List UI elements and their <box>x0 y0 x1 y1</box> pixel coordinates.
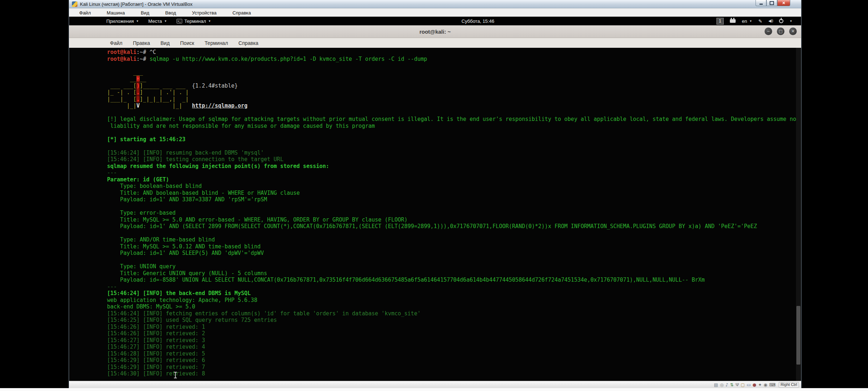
window-title: Kali Linux (чистая) [Работает] - Oracle … <box>80 1 192 7</box>
terminal-output[interactable]: root@kali:~# ^Croot@kali:~# sqlmap -u ht… <box>69 48 801 381</box>
terminal-line: [15:46:28] [INFO] retrieved: 5 <box>107 350 801 357</box>
terminal-line: Title: MySQL >= 5.0 AND error-based - WH… <box>107 216 801 223</box>
clock-label: Суббота, 15:46 <box>461 18 494 24</box>
terminal-minimize-button[interactable]: − <box>765 28 772 35</box>
shared-folders-icon[interactable]: ▢ <box>741 383 745 387</box>
terminal-line <box>107 257 801 264</box>
terminal-window-buttons: − □ ✕ <box>765 28 797 35</box>
maximize-button[interactable] <box>766 0 777 6</box>
network-icon[interactable]: ⇅ <box>730 383 734 387</box>
terminal-menu-item[interactable]: Справка <box>236 38 261 48</box>
terminal-line <box>107 129 801 136</box>
audio-icon[interactable]: ♪ <box>726 383 728 387</box>
terminal-menu-item[interactable]: Вид <box>158 38 172 48</box>
close-icon: ✕ <box>782 1 785 5</box>
terminal-line: --- <box>107 283 801 290</box>
maximize-icon: □ <box>779 29 782 34</box>
terminal-icon: >_ <box>176 19 182 24</box>
terminal-app-menu[interactable]: >_ Терминал ▼ <box>176 18 211 24</box>
terminal-line: Payload: id=-8588' UNION ALL SELECT NULL… <box>107 277 801 283</box>
terminal-line: __H__ <box>107 76 801 83</box>
mouse-integration-icon[interactable]: ◉ <box>763 383 767 387</box>
power-icon[interactable] <box>779 19 783 23</box>
scrollbar-thumb[interactable] <box>796 306 800 365</box>
terminal-menu-item[interactable]: Правка <box>130 38 152 48</box>
terminal-line <box>107 143 801 150</box>
terminal-line: Parameter: id (GET) <box>107 176 801 183</box>
terminal-maximize-button[interactable]: □ <box>777 28 784 35</box>
applications-menu[interactable]: Приложения ▼ <box>106 18 139 24</box>
terminal-menu-item[interactable]: Терминал <box>202 38 230 48</box>
terminal-line: Type: boolean-based blind <box>107 183 801 190</box>
close-button[interactable]: ✕ <box>777 0 790 6</box>
terminal-line: [15:46:29] [INFO] retrieved: 6 <box>107 357 801 364</box>
terminal-line: |___|_ [.]_|_|_|__,| _| <box>107 96 801 103</box>
camera-icon[interactable] <box>730 19 736 23</box>
vm-app-icon <box>72 1 77 7</box>
terminal-line: [15:46:24] [INFO] fetching entries of co… <box>107 310 801 317</box>
vbox-menu-item[interactable]: Ввод <box>157 9 184 17</box>
terminal-line: root@kali:~# ^C <box>107 49 801 56</box>
vbox-menu-item[interactable]: Файл <box>71 9 99 17</box>
terminal-menubar: ФайлПравкаВидПоискТерминалСправка <box>69 38 801 49</box>
keyboard-layout-label: en <box>742 18 747 24</box>
terminal-line: [15:46:24] [INFO] resuming back-end DBMS… <box>107 150 801 156</box>
brush-icon[interactable]: ✎ <box>758 19 762 24</box>
terminal-line: |_|V |_| http://sqlmap.org <box>107 102 801 109</box>
status-icons: ▤◎♪⇅Ψ▢▭●✦◉⌨ <box>714 383 775 387</box>
close-icon: ✕ <box>791 29 795 34</box>
terminal-menu-item[interactable]: Файл <box>107 38 125 48</box>
terminal-close-button[interactable]: ✕ <box>789 28 797 35</box>
vbox-menu-item[interactable]: Устройства <box>184 9 225 17</box>
terminal-line: [15:46:29] [INFO] retrieved: 7 <box>107 364 801 371</box>
terminal-line <box>107 203 801 210</box>
window-controls: ✕ <box>756 0 790 6</box>
terminal-titlebar[interactable]: root@kali: ~ − □ ✕ <box>69 25 801 38</box>
features-icon[interactable]: ✦ <box>758 383 762 387</box>
terminal-menu-item[interactable]: Поиск <box>178 38 197 48</box>
terminal-line: [*] starting at 15:46:23 <box>107 136 801 143</box>
terminal-label: Терминал <box>184 18 206 24</box>
screen: Kali Linux (чистая) [Работает] - Oracle … <box>0 0 868 391</box>
terminal-line: ___ <box>107 69 801 76</box>
keyboard-layout-switcher[interactable]: en ▼ <box>742 18 752 24</box>
terminal-line <box>107 230 801 237</box>
terminal-scrollbar[interactable] <box>796 48 801 381</box>
terminal-line <box>107 109 801 116</box>
terminal-line: [!] legal disclaimer: Usage of sqlmap fo… <box>107 116 801 123</box>
vbox-menu-item[interactable]: Вид <box>133 9 157 17</box>
display-icon[interactable]: ▭ <box>746 383 750 387</box>
terminal-line: Type: error-based <box>107 210 801 216</box>
vbox-menu-item[interactable]: Справка <box>225 9 259 17</box>
terminal-line: Payload: id=1' AND 3387=3387 AND 'rpSM'=… <box>107 196 801 203</box>
vbox-menu-item[interactable]: Машина <box>99 9 133 17</box>
workspace-indicator[interactable]: 1 <box>716 18 724 25</box>
terminal-line: [15:46:30] [INFO] retrieved: 8 <box>107 370 801 377</box>
terminal-line: back-end DBMS: MySQL >= 5.0 <box>107 303 801 310</box>
terminal-line: Payload: id=1' AND SLEEP(5) AND 'dpWV'='… <box>107 250 801 257</box>
terminal-line: [15:46:27] [INFO] retrieved: 4 <box>107 344 801 350</box>
terminal-line: ___ ___[)]_____ ___ ___ {1.2.4#stable} <box>107 83 801 89</box>
chevron-down-icon[interactable]: ▼ <box>790 20 792 23</box>
optical-disk-icon[interactable]: ◎ <box>720 383 723 387</box>
kali-top-panel: Приложения ▼ Места ▼ >_ Терминал ▼ Суббо… <box>69 17 801 25</box>
keyboard-icon[interactable]: ⌨ <box>769 383 775 387</box>
hard-disk-icon[interactable]: ▤ <box>714 383 718 387</box>
places-menu[interactable]: Места ▼ <box>148 18 167 24</box>
chevron-down-icon: ▼ <box>749 20 752 23</box>
terminal-line: Type: AND/OR time-based blind <box>107 236 801 243</box>
host-taskbar-edge <box>0 388 868 391</box>
volume-icon[interactable]: ◀)) <box>769 19 773 23</box>
terminal-line: [15:46:26] [INFO] retrieved: 1 <box>107 324 801 331</box>
video-capture-icon[interactable]: ● <box>753 383 756 387</box>
minimize-button[interactable] <box>756 0 766 6</box>
terminal-line: Payload: id=1' AND (SELECT 2899 FROM(SEL… <box>107 223 801 230</box>
minimize-icon: − <box>767 29 770 34</box>
terminal-line: web application technology: Apache, PHP … <box>107 297 801 304</box>
usb-icon[interactable]: Ψ <box>736 383 739 387</box>
chevron-down-icon: ▼ <box>164 20 167 23</box>
terminal-line: [15:46:24] [INFO] testing connection to … <box>107 156 801 163</box>
terminal-line: Title: Generic UNION query (NULL) - 5 co… <box>107 270 801 277</box>
vbox-titlebar[interactable]: Kali Linux (чистая) [Работает] - Oracle … <box>69 0 801 8</box>
panel-clock[interactable]: Суббота, 15:46 <box>461 17 494 25</box>
